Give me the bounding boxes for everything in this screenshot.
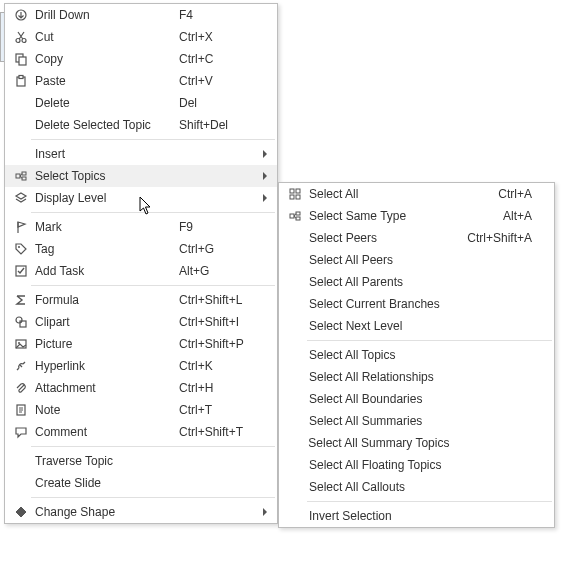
menu-item-label: Add Task [31, 264, 179, 278]
menu-item-formula[interactable]: FormulaCtrl+Shift+L [5, 289, 277, 311]
menu-item-paste[interactable]: PasteCtrl+V [5, 70, 277, 92]
menu-item-delete[interactable]: DeleteDel [5, 92, 277, 114]
submenu-arrow-icon [259, 171, 271, 181]
separator [31, 446, 275, 447]
svg-rect-8 [22, 172, 26, 175]
menu-item-label: Note [31, 403, 179, 417]
submenu-arrow-icon [259, 193, 271, 203]
menu-item-select-all-topics[interactable]: Select All Topics [279, 344, 554, 366]
menu-item-select-current-branches[interactable]: Select Current Branches [279, 293, 554, 315]
menu-item-select-peers[interactable]: Select PeersCtrl+Shift+A [279, 227, 554, 249]
menu-item-comment[interactable]: CommentCtrl+Shift+T [5, 421, 277, 443]
menu-item-shortcut: Ctrl+A [446, 187, 536, 201]
menu-item-tag[interactable]: TagCtrl+G [5, 238, 277, 260]
menu-item-label: Change Shape [31, 505, 179, 519]
layers-icon [11, 191, 31, 205]
svg-rect-19 [290, 195, 294, 199]
svg-rect-20 [296, 195, 300, 199]
menu-item-copy[interactable]: CopyCtrl+C [5, 48, 277, 70]
menu-item-picture[interactable]: PictureCtrl+Shift+P [5, 333, 277, 355]
menu-item-label: Display Level [31, 191, 179, 205]
task-icon [11, 264, 31, 278]
menu-item-select-all-parents[interactable]: Select All Parents [279, 271, 554, 293]
menu-item-select-all[interactable]: Select AllCtrl+A [279, 183, 554, 205]
menu-item-clipart[interactable]: ClipartCtrl+Shift+I [5, 311, 277, 333]
menu-item-change-shape[interactable]: Change Shape [5, 501, 277, 523]
svg-rect-17 [290, 189, 294, 193]
menu-item-label: Select Peers [305, 231, 446, 245]
menu-item-label: Delete [31, 96, 179, 110]
copy-icon [11, 52, 31, 66]
menu-item-select-all-summary-topics[interactable]: Select All Summary Topics [279, 432, 554, 454]
separator [31, 285, 275, 286]
menu-item-shortcut: Alt+G [179, 264, 259, 278]
menu-item-invert-selection[interactable]: Invert Selection [279, 505, 554, 527]
menu-item-add-task[interactable]: Add TaskAlt+G [5, 260, 277, 282]
menu-item-select-next-level[interactable]: Select Next Level [279, 315, 554, 337]
circle-arrow-icon [11, 8, 31, 22]
menu-item-shortcut: Shift+Del [179, 118, 259, 132]
submenu-arrow-icon [259, 149, 271, 159]
menu-item-shortcut: Alt+A [446, 209, 536, 223]
menu-item-shortcut: Ctrl+C [179, 52, 259, 66]
menu-item-delete-selected[interactable]: Delete Selected TopicShift+Del [5, 114, 277, 136]
menu-item-shortcut: Ctrl+V [179, 74, 259, 88]
menu-item-select-all-relationships[interactable]: Select All Relationships [279, 366, 554, 388]
menu-item-select-all-summaries[interactable]: Select All Summaries [279, 410, 554, 432]
menu-item-note[interactable]: NoteCtrl+T [5, 399, 277, 421]
svg-rect-9 [22, 177, 26, 180]
menu-item-label: Select All Peers [305, 253, 446, 267]
menu-item-label: Select Topics [31, 169, 179, 183]
menu-item-label: Drill Down [31, 8, 179, 22]
link-icon [11, 359, 31, 373]
menu-item-shortcut: Ctrl+Shift+I [179, 315, 259, 329]
menu-item-shortcut: F9 [179, 220, 259, 234]
cut-icon [11, 30, 31, 44]
note-icon [11, 403, 31, 417]
menu-item-label: Traverse Topic [31, 454, 179, 468]
svg-point-12 [16, 317, 22, 323]
menu-item-create-slide[interactable]: Create Slide [5, 472, 277, 494]
attach-icon [11, 381, 31, 395]
menu-item-label: Select Next Level [305, 319, 446, 333]
menu-item-display-level[interactable]: Display Level [5, 187, 277, 209]
menu-item-cut[interactable]: CutCtrl+X [5, 26, 277, 48]
menu-item-label: Select All Floating Topics [305, 458, 446, 472]
menu-item-label: Formula [31, 293, 179, 307]
menu-item-shortcut: Ctrl+T [179, 403, 259, 417]
menu-item-select-all-boundaries[interactable]: Select All Boundaries [279, 388, 554, 410]
menu-item-select-same-type[interactable]: Select Same TypeAlt+A [279, 205, 554, 227]
menu-item-label: Cut [31, 30, 179, 44]
comment-icon [11, 425, 31, 439]
select-icon [11, 169, 31, 183]
menu-item-label: Clipart [31, 315, 179, 329]
separator [307, 340, 552, 341]
menu-item-select-topics[interactable]: Select Topics [5, 165, 277, 187]
clipart-icon [11, 315, 31, 329]
menu-item-insert[interactable]: Insert [5, 143, 277, 165]
menu-item-mark[interactable]: MarkF9 [5, 216, 277, 238]
menu-item-label: Delete Selected Topic [31, 118, 179, 132]
separator [31, 139, 275, 140]
shape-icon [11, 505, 31, 519]
menu-item-label: Insert [31, 147, 179, 161]
svg-rect-18 [296, 189, 300, 193]
menu-item-attachment[interactable]: AttachmentCtrl+H [5, 377, 277, 399]
menu-item-traverse[interactable]: Traverse Topic [5, 450, 277, 472]
menu-item-shortcut: F4 [179, 8, 259, 22]
menu-item-shortcut: Ctrl+G [179, 242, 259, 256]
menu-item-label: Paste [31, 74, 179, 88]
menu-item-select-all-callouts[interactable]: Select All Callouts [279, 476, 554, 498]
menu-item-hyperlink[interactable]: HyperlinkCtrl+K [5, 355, 277, 377]
menu-item-shortcut: Ctrl+Shift+P [179, 337, 259, 351]
menu-item-label: Create Slide [31, 476, 179, 490]
menu-item-shortcut: Ctrl+X [179, 30, 259, 44]
menu-item-drill-down[interactable]: Drill DownF4 [5, 4, 277, 26]
menu-item-select-all-peers[interactable]: Select All Peers [279, 249, 554, 271]
svg-rect-23 [296, 217, 300, 220]
sel-type-icon [285, 209, 305, 223]
menu-item-label: Select All Boundaries [305, 392, 446, 406]
sel-all-icon [285, 187, 305, 201]
menu-item-select-all-floating[interactable]: Select All Floating Topics [279, 454, 554, 476]
svg-rect-4 [19, 57, 26, 65]
